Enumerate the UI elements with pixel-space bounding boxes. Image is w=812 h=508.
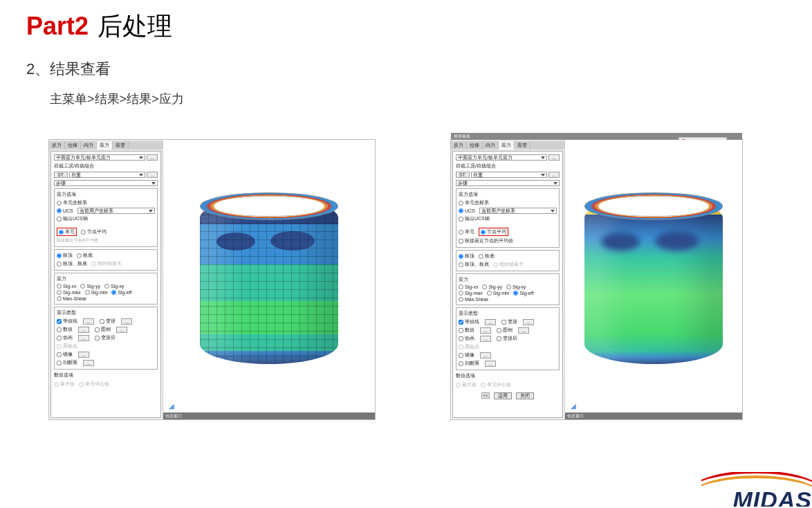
close-button[interactable]: 关闭 — [516, 392, 534, 399]
tab-reaction[interactable]: 反力 — [451, 141, 467, 149]
radio-seff[interactable]: Sig-eff — [513, 291, 533, 296]
chk-mirror[interactable]: 镜像 — [459, 352, 474, 359]
radio-maxval[interactable]: 最大值 — [54, 381, 75, 388]
ellipsis-button[interactable]: ... — [147, 154, 158, 161]
radio-center[interactable]: 单元中心值 — [79, 381, 109, 388]
chk-contour[interactable]: 等值线 — [459, 318, 479, 325]
radio-seff[interactable]: Sig-eff — [111, 290, 131, 295]
ellipsis-button[interactable]: ... — [116, 327, 127, 333]
radio-sxy[interactable]: Sig-xy — [104, 284, 124, 289]
radio-element-cs[interactable]: 单元坐标系 — [459, 199, 489, 206]
radio-topbot[interactable]: 板顶、板底 — [459, 261, 489, 268]
radio-bot[interactable]: 板底 — [479, 253, 495, 260]
ellipsis-button[interactable]: ... — [83, 360, 94, 366]
chk-value[interactable]: 数值 — [459, 327, 474, 334]
result-type-dropdown[interactable]: 平面应力单元/板单元应力 — [54, 154, 145, 161]
chk-defshape[interactable]: 变形后 — [497, 335, 517, 342]
midas-logo: MIDAS — [701, 472, 812, 507]
step-dropdown[interactable]: 步骤 — [54, 180, 158, 186]
ellipsis-button[interactable]: ... — [480, 336, 491, 342]
radio-element[interactable]: 单元 — [59, 228, 75, 235]
prev-button[interactable]: << — [481, 392, 490, 399]
chk-anim[interactable]: 动画 — [57, 334, 73, 341]
radio-ucs[interactable]: UCS — [57, 208, 73, 213]
ellipsis-button[interactable]: ... — [518, 327, 529, 334]
tab-strain[interactable]: 应变 — [113, 141, 129, 149]
model-viewport[interactable]: ◢ 信息窗口 — [163, 140, 375, 419]
chk-mirror[interactable]: 镜像 — [57, 351, 73, 358]
radio-smax[interactable]: Sig-max — [57, 290, 81, 295]
ellipsis-button[interactable]: ... — [78, 327, 89, 333]
ellipsis-button[interactable]: ... — [121, 318, 132, 325]
chk-value[interactable]: 数值 — [57, 326, 73, 333]
ucs-dropdown[interactable]: 当前用户坐标系 — [77, 208, 155, 214]
radio-smin[interactable]: Sig-min — [85, 290, 108, 295]
ellipsis-button[interactable]: ... — [78, 335, 89, 341]
radio-syy[interactable]: Sig-yy — [482, 284, 501, 289]
radio-element-cs[interactable]: 单元坐标系 — [57, 199, 87, 206]
tab-strain[interactable]: 应变 — [515, 141, 530, 149]
radio-center[interactable]: 单元中心值 — [481, 381, 511, 388]
radio-sxx[interactable]: Sig-xx — [459, 284, 478, 289]
ellipsis-button[interactable]: ... — [548, 154, 560, 161]
radio-element[interactable]: 单元 — [459, 228, 474, 235]
tab-reaction[interactable]: 反力 — [49, 141, 65, 149]
ellipsis-button[interactable]: ... — [485, 361, 496, 367]
ellipsis-button[interactable]: ... — [480, 327, 491, 334]
tab-disp[interactable]: 位移 — [467, 141, 483, 149]
ellipsis-button[interactable]: ... — [548, 172, 560, 178]
chk-legend[interactable]: 图例 — [95, 326, 111, 333]
radio-smax[interactable]: Sig-max — [459, 291, 483, 296]
radio-bot[interactable]: 板底 — [77, 252, 93, 259]
radio-maxshear[interactable]: Max-Shear — [459, 297, 488, 302]
section-heading: 2、结果查看 — [0, 44, 812, 80]
chk-defshape[interactable]: 变形后 — [95, 334, 116, 341]
apply-button[interactable]: 适用 — [494, 392, 512, 399]
radio-absmax[interactable]: 绝对值最大 — [493, 261, 524, 268]
chk-cut[interactable]: 剖断面 — [459, 360, 479, 367]
ucs-dropdown[interactable]: 当前用户坐标系 — [479, 208, 557, 214]
chk-ucs-axes[interactable]: 输出UCS轴 — [459, 215, 490, 222]
radio-node-avg[interactable]: 节点平均 — [81, 228, 107, 235]
chk-deform[interactable]: 变形 — [100, 318, 116, 325]
radio-maxshear[interactable]: Max-Shear — [57, 296, 86, 301]
result-type-dropdown[interactable]: 平面应力单元/板单元应力 — [456, 154, 547, 161]
loadcase-dropdown[interactable]: 自重 — [471, 172, 547, 178]
chk-contour[interactable]: 等值线 — [57, 318, 77, 325]
loadcase-dropdown[interactable]: 自重 — [69, 172, 145, 178]
radio-top[interactable]: 板顶 — [459, 253, 474, 260]
stress-label: 应力 — [57, 275, 155, 282]
step-dropdown[interactable]: 步骤 — [456, 180, 560, 186]
radio-smin[interactable]: Sig-min — [487, 291, 510, 296]
radio-maxval[interactable]: 最大值 — [456, 381, 477, 388]
ellipsis-button[interactable]: ... — [147, 172, 158, 178]
ellipsis-button[interactable]: ... — [83, 318, 94, 325]
chk-legend[interactable]: 图例 — [497, 327, 513, 334]
radio-syy[interactable]: Sig-yy — [80, 284, 100, 289]
ellipsis-button[interactable]: ... — [480, 352, 491, 359]
radio-ucs[interactable]: UCS — [459, 208, 475, 213]
tab-force[interactable]: 内力 — [483, 141, 499, 149]
tab-disp[interactable]: 位移 — [65, 141, 81, 149]
chk-ucs-axes[interactable]: 输出UCS轴 — [57, 215, 88, 222]
radio-topbot[interactable]: 板顶、板底 — [57, 260, 87, 267]
radio-sxx[interactable]: Sig-xx — [57, 284, 76, 289]
radio-sxy[interactable]: Sig-xy — [506, 284, 526, 289]
chk-undef[interactable]: 原始点 — [459, 343, 479, 350]
chk-undef[interactable]: 原始点 — [57, 343, 77, 350]
chk-cut[interactable]: 剖断面 — [57, 359, 77, 366]
chk-avg-note[interactable]: 联接最近节点的平均值 — [459, 237, 513, 244]
ellipsis-button[interactable]: ... — [78, 352, 89, 358]
model-viewport[interactable]: ◢ 信息窗口 — [565, 140, 742, 419]
chk-anim[interactable]: 动画 — [459, 335, 474, 342]
radio-absmax[interactable]: 绝对值最大 — [91, 260, 122, 267]
tab-stress[interactable]: 应力 — [499, 141, 515, 149]
logo-text: MIDAS — [732, 487, 812, 507]
chk-deform[interactable]: 变形 — [501, 318, 517, 325]
tab-force[interactable]: 内力 — [81, 141, 97, 149]
ellipsis-button[interactable]: ... — [485, 319, 496, 325]
tab-stress[interactable]: 应力 — [97, 141, 113, 149]
radio-node-avg[interactable]: 节点平均 — [481, 228, 506, 235]
radio-top[interactable]: 板顶 — [57, 252, 73, 259]
ellipsis-button[interactable]: ... — [523, 319, 534, 325]
